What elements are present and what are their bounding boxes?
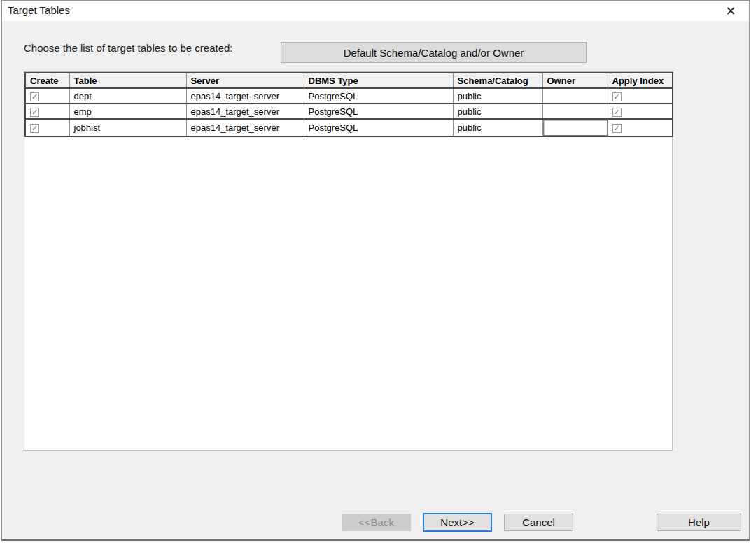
- table-name-cell[interactable]: dept: [69, 88, 186, 104]
- checkmark-icon: ✓: [613, 125, 621, 132]
- column-header-server[interactable]: Server: [186, 73, 304, 88]
- table-name-cell[interactable]: jobhist: [69, 119, 186, 136]
- column-header-table[interactable]: Table: [69, 73, 186, 88]
- page-title: Target Tables: [8, 4, 70, 16]
- column-header-schema-catalog[interactable]: Schema/Catalog: [453, 73, 542, 88]
- column-header-create[interactable]: Create: [25, 73, 69, 88]
- cancel-button[interactable]: Cancel: [504, 514, 573, 531]
- owner-cell[interactable]: [542, 104, 608, 119]
- server-cell[interactable]: epas14_target_server: [186, 88, 304, 104]
- schema-catalog-cell[interactable]: public: [453, 88, 542, 104]
- checkmark-icon: ✓: [613, 108, 621, 116]
- server-cell[interactable]: epas14_target_server: [186, 104, 304, 119]
- create-cell[interactable]: ✓: [25, 104, 69, 119]
- dbms-type-cell[interactable]: PostgreSQL: [304, 119, 453, 136]
- column-header-owner[interactable]: Owner: [542, 73, 608, 88]
- apply-index-checkbox[interactable]: ✓: [612, 108, 622, 117]
- apply-index-checkbox[interactable]: ✓: [612, 92, 622, 101]
- owner-edit-input[interactable]: [543, 120, 608, 136]
- next-button[interactable]: Next>>: [423, 513, 492, 532]
- column-header-dbms-type[interactable]: DBMS Type: [304, 73, 453, 88]
- default-schema-owner-button[interactable]: Default Schema/Catalog and/or Owner: [281, 42, 587, 63]
- table-header-row: Create Table Server DBMS Type Schema/Cat…: [25, 73, 673, 88]
- owner-cell[interactable]: [542, 119, 608, 136]
- create-checkbox[interactable]: ✓: [30, 124, 39, 133]
- apply-index-checkbox[interactable]: ✓: [612, 124, 622, 133]
- table-row-jobhist: ✓ jobhist epas14_target_server PostgreSQ…: [25, 119, 673, 136]
- target-tables-panel: Create Table Server DBMS Type Schema/Cat…: [24, 71, 673, 451]
- schema-catalog-cell[interactable]: public: [453, 119, 542, 136]
- create-cell[interactable]: ✓: [25, 119, 69, 136]
- checkmark-icon: ✓: [613, 93, 621, 101]
- checkmark-icon: ✓: [31, 108, 38, 116]
- help-button[interactable]: Help: [657, 514, 741, 531]
- schema-catalog-cell[interactable]: public: [453, 104, 542, 119]
- apply-index-cell[interactable]: ✓: [608, 88, 673, 104]
- create-cell[interactable]: ✓: [25, 88, 69, 104]
- close-icon[interactable]: ✕: [722, 3, 740, 20]
- checkmark-icon: ✓: [31, 93, 38, 101]
- checkmark-icon: ✓: [31, 125, 38, 132]
- apply-index-cell[interactable]: ✓: [608, 104, 673, 119]
- apply-index-cell[interactable]: ✓: [608, 119, 673, 136]
- create-checkbox[interactable]: ✓: [30, 92, 39, 101]
- table-name-cell[interactable]: emp: [69, 104, 186, 119]
- create-checkbox[interactable]: ✓: [30, 108, 39, 117]
- instruction-text: Choose the list of target tables to be c…: [24, 42, 233, 54]
- owner-cell[interactable]: [542, 88, 608, 104]
- target-tables-dialog: Target Tables ✕ Choose the list of targe…: [1, 0, 750, 541]
- table-row-dept: ✓ dept epas14_target_server PostgreSQL p…: [25, 88, 673, 104]
- title-bar: Target Tables ✕: [2, 1, 749, 21]
- table-row-emp: ✓ emp epas14_target_server PostgreSQL pu…: [25, 104, 673, 119]
- target-tables-table: Create Table Server DBMS Type Schema/Cat…: [24, 72, 673, 137]
- dbms-type-cell[interactable]: PostgreSQL: [304, 88, 453, 104]
- dbms-type-cell[interactable]: PostgreSQL: [304, 104, 453, 119]
- column-header-apply-index[interactable]: Apply Index: [608, 73, 673, 88]
- server-cell[interactable]: epas14_target_server: [186, 119, 304, 136]
- back-button[interactable]: <<Back: [342, 514, 411, 531]
